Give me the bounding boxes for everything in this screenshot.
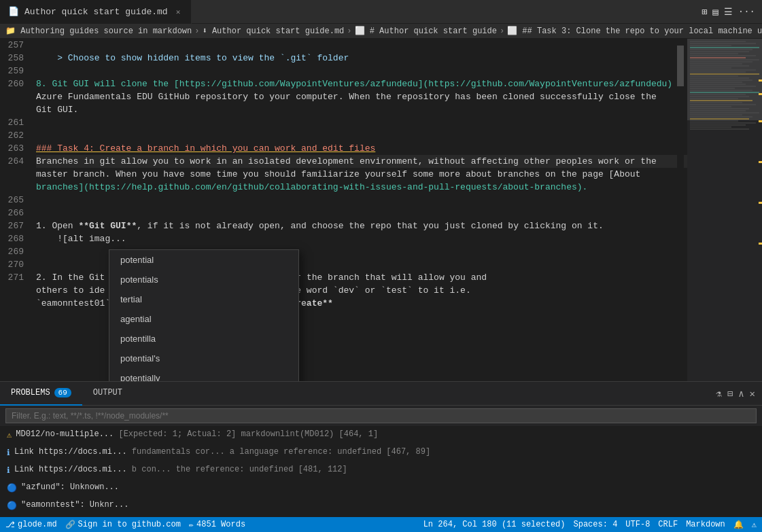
code-line-266	[36, 207, 687, 219]
code-line-259	[36, 65, 687, 77]
menu-item-label: tertial	[120, 294, 142, 304]
breadcrumb-item-2[interactable]: ⬜ # Author quick start guide	[355, 26, 497, 36]
code-line-262	[36, 129, 687, 142]
more-icon[interactable]: ···	[738, 6, 755, 18]
panel-toolbar: ⚗ ⊟ ∧ ✕	[716, 388, 762, 400]
close-panel-icon[interactable]: ✕	[750, 388, 755, 400]
menu-item-potentials[interactable]: potentials	[109, 270, 298, 289]
menu-item-agential[interactable]: agential	[109, 309, 298, 329]
tab-problems[interactable]: PROBLEMS 69	[0, 382, 82, 406]
warning-icon: ⚠	[7, 429, 12, 442]
spaces-label: Spaces: 4	[574, 520, 618, 529]
tab-output[interactable]: OUTPUT	[82, 382, 133, 406]
menu-item-potential[interactable]: potential	[109, 250, 298, 270]
pencil-icon: ✏	[189, 520, 194, 530]
split-editor-icon[interactable]: ⊞	[702, 6, 707, 18]
status-github-signin[interactable]: 🔗 Sign in to github.com	[65, 520, 181, 530]
tab-problems-label: PROBLEMS	[11, 388, 50, 397]
problems-list[interactable]: ⚠ MD012/no-multiple... [Expected: 1; Act…	[0, 426, 762, 517]
language-label: Markdown	[686, 520, 725, 529]
problems-panel: PROBLEMS 69 OUTPUT ⚗ ⊟ ∧ ✕ ⚠ MD012/no-mu…	[0, 381, 762, 517]
layout-icon[interactable]: ▤	[712, 6, 718, 18]
problem-text: Link https://docs.mi... b con... the ref…	[14, 463, 755, 476]
status-eol[interactable]: CRLF	[658, 520, 678, 529]
code-line-257	[36, 39, 687, 52]
line-numbers: 257 258 259 260 261 262 263 264 265 266 …	[0, 39, 31, 381]
toolbar-icons: ⊞ ▤ ☰ ···	[702, 6, 762, 18]
context-menu: potential potentials tertial agential po…	[109, 249, 299, 381]
menu-item-potentially[interactable]: potentially	[109, 368, 298, 381]
bold-git-gui: **Git GUI**	[78, 221, 137, 231]
settings-icon[interactable]: ☰	[724, 6, 733, 18]
status-bar: ⎇ glode.md 🔗 Sign in to github.com ✏ 485…	[0, 517, 762, 532]
menu-item-potentilla[interactable]: potentilla	[109, 329, 298, 349]
code-line-261	[36, 116, 687, 129]
branch-icon: ⎇	[5, 520, 15, 530]
filter-input[interactable]	[5, 408, 757, 423]
code-line-260b: Azure Fundamentals EDU GitHub repository…	[36, 90, 687, 103]
menu-item-label: potentially	[120, 373, 160, 381]
status-language[interactable]: Markdown	[686, 520, 725, 529]
status-right: Ln 264, Col 180 (11 selected) Spaces: 4 …	[423, 520, 757, 530]
problem-text: MD012/no-multiple... [Expected: 1; Actua…	[16, 428, 755, 440]
menu-item-label: agential	[120, 314, 152, 324]
code-line-264c: branches](https://help.github.com/en/git…	[36, 181, 687, 194]
editor-scrollbar[interactable]	[677, 39, 684, 381]
github-label: Sign in to github.com	[78, 520, 181, 529]
problem-item[interactable]: ⚠ MD012/no-multiple... [Expected: 1; Act…	[0, 426, 762, 444]
menu-item-label: potential	[120, 255, 154, 265]
code-line-264b: master branch. When you have some time y…	[36, 168, 687, 181]
problem-item[interactable]: 🔵 "azfund": Unknown...	[0, 479, 762, 497]
menu-item-potentials2[interactable]: potential's	[109, 349, 298, 368]
tab-file-icon: 📄	[8, 6, 19, 17]
minimap	[687, 39, 762, 381]
branch-label: glode.md	[18, 520, 57, 529]
eol-label: CRLF	[658, 520, 678, 529]
code-line-260: 8. Git GUI will clone the [https://githu…	[36, 77, 687, 90]
tab-output-label: OUTPUT	[93, 388, 122, 397]
code-line-263: ### Task 4: Create a branch in which you…	[36, 142, 687, 155]
problem-item[interactable]: ℹ Link https://docs.mi... b con... the r…	[0, 461, 762, 479]
code-line-268: ![alt imag...	[36, 232, 687, 245]
status-left: ⎇ glode.md 🔗 Sign in to github.com ✏ 485…	[5, 520, 245, 530]
problems-badge: 69	[54, 388, 71, 397]
breadcrumb-item-0[interactable]: 📁 Authoring guides source in markdown	[5, 26, 192, 36]
breadcrumb-item-1[interactable]: ⬇ Author quick start guide.md	[202, 26, 344, 36]
problem-item[interactable]: ℹ Link https://docs.mi... fundamentals c…	[0, 444, 762, 461]
info-icon: ℹ	[7, 465, 10, 477]
encoding-label: UTF-8	[625, 520, 650, 529]
scrollbar-thumb[interactable]	[677, 46, 684, 86]
info-icon: 🔵	[7, 482, 17, 495]
menu-item-label: potential's	[120, 353, 160, 363]
menu-item-tertial[interactable]: tertial	[109, 289, 298, 309]
problem-item[interactable]: 🔵 "eamonntest": Unknr...	[0, 497, 762, 514]
collapse-panel-icon[interactable]: ∧	[738, 388, 744, 400]
filter-bar	[0, 406, 762, 426]
status-branch[interactable]: ⎇ glode.md	[5, 520, 57, 530]
status-cursor[interactable]: Ln 264, Col 180 (11 selected)	[423, 520, 566, 529]
filter-icon[interactable]: ⚗	[716, 388, 721, 400]
problem-text: "eamonntest": Unknr...	[21, 499, 755, 511]
code-line-267: 1. Open **Git GUI**, if it is not alread…	[36, 219, 687, 232]
status-notifications[interactable]: 🔔	[733, 520, 744, 530]
status-warnings[interactable]: ⚠	[752, 520, 757, 530]
split-panel-icon[interactable]: ⊟	[727, 388, 733, 400]
info-icon: ℹ	[7, 447, 10, 459]
status-encoding[interactable]: UTF-8	[625, 520, 650, 529]
code-line-258: > Choose to show hidden items to view th…	[36, 52, 687, 65]
editor[interactable]: 257 258 259 260 261 262 263 264 265 266 …	[0, 39, 762, 381]
active-tab[interactable]: 📄 Author quick start guide.md ✕	[0, 0, 192, 24]
editor-content[interactable]: 257 258 259 260 261 262 263 264 265 266 …	[0, 39, 762, 381]
warning-status-icon: ⚠	[752, 520, 757, 530]
menu-item-label: potentials	[120, 274, 158, 285]
breadcrumb-item-3[interactable]: ⬜ ## Task 3: Clone the repo to your loca…	[507, 26, 762, 36]
status-word-count[interactable]: ✏ 4851 Words	[189, 520, 245, 530]
status-spaces[interactable]: Spaces: 4	[574, 520, 618, 529]
code-line-265	[36, 194, 687, 207]
cursor-position: Ln 264, Col 180 (11 selected)	[423, 520, 566, 529]
main-area: 257 258 259 260 261 262 263 264 265 266 …	[0, 39, 762, 381]
bell-icon: 🔔	[733, 520, 744, 530]
tab-close-button[interactable]: ✕	[173, 6, 184, 18]
problem-text: Link https://docs.mi... fundamentals cor…	[14, 446, 755, 458]
menu-item-label: potentilla	[120, 334, 156, 344]
